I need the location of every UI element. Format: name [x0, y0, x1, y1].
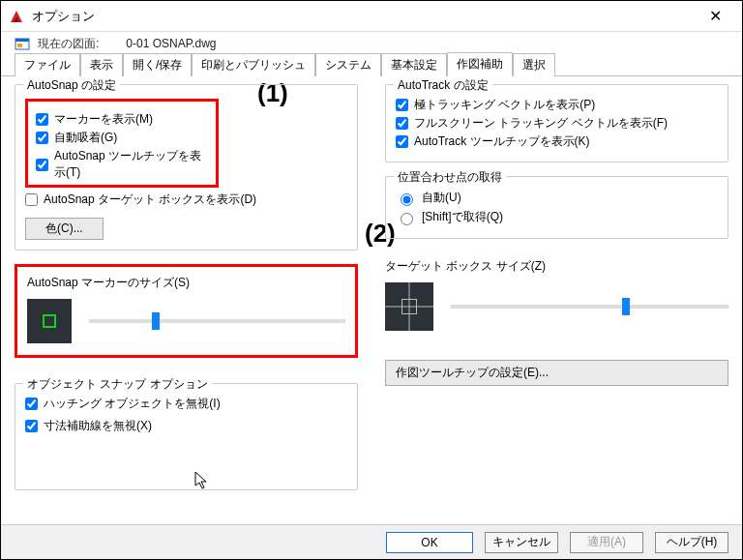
check-ignore-ext-label: 寸法補助線を無視(X) — [44, 418, 152, 434]
group-osnap-legend: オブジェクト スナップ オプション — [23, 376, 212, 393]
radio-shift[interactable]: [Shift]で取得(Q) — [396, 209, 718, 225]
check-snap-tooltip-label: AutoSnap ツールチップを表示(T) — [54, 148, 208, 181]
dialog-buttons: OK キャンセル 適用(A) ヘルプ(H) — [1, 524, 742, 559]
drawing-label: 現在の図面: — [38, 36, 99, 52]
marker-size-thumb[interactable] — [152, 312, 160, 330]
check-ignore-hatch[interactable]: ハッチング オブジェクトを無視(I) — [25, 396, 347, 412]
check-aperture-box[interactable] — [25, 193, 38, 206]
cancel-button[interactable]: キャンセル — [485, 532, 558, 553]
check-polar-track[interactable]: 極トラッキング ベクトルを表示(P) — [396, 97, 718, 113]
right-column: AutoTrack の設定 極トラッキング ベクトルを表示(P) フルスクリーン… — [385, 84, 728, 504]
check-marker-display[interactable]: マーカーを表示(M) — [36, 111, 208, 128]
tab-drafting[interactable]: 作図補助 — [447, 52, 513, 76]
target-size-title: ターゲット ボックス サイズ(Z) — [385, 258, 728, 275]
drafting-tooltip-settings-button[interactable]: 作図ツールチップの設定(E)... — [385, 360, 728, 386]
tabstrip: ファイル 表示 開く/保存 印刷とパブリッシュ システム 基本設定 作図補助 選… — [1, 55, 742, 76]
tab-open-save[interactable]: 開く/保存 — [123, 53, 192, 76]
drawing-file: 0-01 OSNAP.dwg — [126, 37, 216, 50]
check-marker-display-label: マーカーを表示(M) — [54, 111, 153, 128]
target-size-section: ターゲット ボックス サイズ(Z) — [385, 258, 728, 331]
check-track-tooltip-box[interactable] — [396, 135, 408, 148]
target-size-slider[interactable] — [451, 305, 728, 309]
radio-auto[interactable]: 自動(U) — [396, 190, 718, 206]
check-snap-tooltip[interactable]: AutoSnap ツールチップを表示(T) — [36, 148, 208, 181]
tab-user-prefs[interactable]: 基本設定 — [381, 53, 447, 76]
radio-shift-input[interactable] — [401, 213, 413, 225]
check-track-tooltip[interactable]: AutoTrack ツールチップを表示(K) — [396, 133, 718, 150]
content: AutoSnap の設定 マーカーを表示(M) 自動吸着(G) AutoSnap… — [1, 76, 742, 504]
window-title: オプション — [32, 8, 696, 25]
group-autosnap-settings: AutoSnap の設定 マーカーを表示(M) 自動吸着(G) AutoSnap… — [15, 84, 358, 251]
check-ignore-hatch-label: ハッチング オブジェクトを無視(I) — [44, 396, 221, 412]
check-snap-tooltip-box[interactable] — [36, 159, 48, 171]
group-align-legend: 位置合わせ点の取得 — [394, 169, 506, 186]
svg-rect-1 — [15, 39, 29, 42]
tab-file[interactable]: ファイル — [15, 53, 80, 76]
check-fullscreen-track-box[interactable] — [396, 117, 408, 130]
group-osnap-options: オブジェクト スナップ オプション ハッチング オブジェクトを無視(I) 寸法補… — [15, 383, 358, 490]
app-icon — [9, 9, 24, 24]
check-ignore-hatch-box[interactable] — [25, 398, 38, 410]
group-autotrack-legend: AutoTrack の設定 — [394, 77, 492, 94]
check-fullscreen-track-label: フルスクリーン トラッキング ベクトルを表示(F) — [414, 115, 668, 132]
target-preview — [385, 282, 433, 331]
marker-preview — [27, 299, 72, 343]
check-ignore-ext[interactable]: 寸法補助線を無視(X) — [25, 418, 347, 434]
check-track-tooltip-label: AutoTrack ツールチップを表示(K) — [414, 133, 590, 150]
colors-button[interactable]: 色(C)... — [25, 218, 104, 240]
check-magnet-label: 自動吸着(G) — [54, 130, 117, 146]
check-fullscreen-track[interactable]: フルスクリーン トラッキング ベクトルを表示(F) — [396, 115, 718, 132]
drawing-context: 現在の図面: 0-01 OSNAP.dwg — [1, 32, 742, 55]
check-magnet-box[interactable] — [36, 132, 48, 144]
check-marker-display-box[interactable] — [36, 113, 48, 126]
check-ignore-ext-box[interactable] — [25, 420, 38, 432]
radio-auto-label: 自動(U) — [422, 190, 461, 206]
help-button[interactable]: ヘルプ(H) — [655, 532, 728, 553]
left-column: AutoSnap の設定 マーカーを表示(M) 自動吸着(G) AutoSnap… — [15, 84, 358, 504]
marker-size-slider[interactable] — [89, 319, 345, 323]
target-size-thumb[interactable] — [622, 298, 630, 315]
group-align-point: 位置合わせ点の取得 自動(U) [Shift]で取得(Q) — [385, 176, 728, 239]
tab-selection[interactable]: 選択 — [513, 53, 555, 76]
tab-plot-publish[interactable]: 印刷とパブリッシュ — [192, 53, 315, 76]
marker-size-title: AutoSnap マーカーのサイズ(S) — [27, 275, 345, 291]
group-autosnap-legend: AutoSnap の設定 — [23, 77, 120, 94]
drawing-icon — [15, 36, 30, 51]
apply-button[interactable]: 適用(A) — [570, 532, 643, 553]
group-autotrack-settings: AutoTrack の設定 極トラッキング ベクトルを表示(P) フルスクリーン… — [385, 84, 728, 162]
marker-preview-square-icon — [43, 314, 56, 328]
check-polar-track-box[interactable] — [396, 99, 408, 111]
highlight-box-1: マーカーを表示(M) 自動吸着(G) AutoSnap ツールチップを表示(T) — [25, 99, 219, 188]
ok-button[interactable]: OK — [386, 532, 473, 553]
close-button[interactable]: ✕ — [696, 1, 734, 32]
radio-shift-label: [Shift]で取得(Q) — [422, 209, 503, 225]
check-magnet[interactable]: 自動吸着(G) — [36, 130, 208, 146]
tab-system[interactable]: システム — [315, 53, 381, 76]
radio-auto-input[interactable] — [401, 193, 413, 206]
svg-rect-2 — [17, 44, 22, 47]
highlight-box-2: AutoSnap マーカーのサイズ(S) — [15, 264, 358, 358]
check-polar-track-label: 極トラッキング ベクトルを表示(P) — [414, 97, 595, 113]
titlebar: オプション ✕ — [1, 1, 742, 32]
tab-display[interactable]: 表示 — [80, 53, 123, 76]
check-aperture-box-row[interactable]: AutoSnap ターゲット ボックスを表示(D) — [25, 192, 347, 208]
check-aperture-label: AutoSnap ターゲット ボックスを表示(D) — [44, 192, 256, 208]
